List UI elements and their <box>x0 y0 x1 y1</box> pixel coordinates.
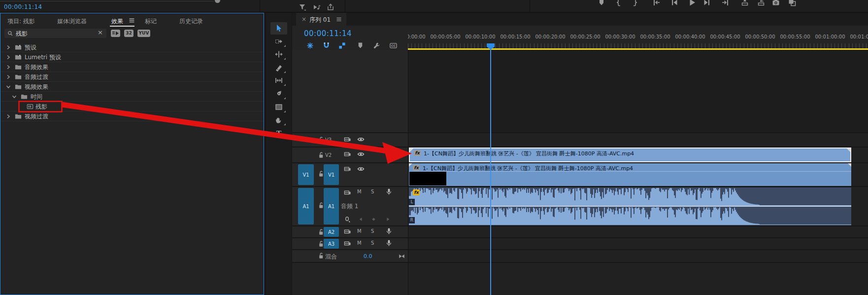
camera-icon[interactable] <box>772 0 780 6</box>
filter-icon[interactable] <box>299 3 306 11</box>
tool-track-select-forward[interactable] <box>270 36 287 48</box>
clip-v2[interactable]: fx1-【CN舞蹈】少儿街舞班翻跳 张艺兴 -《莲》 宜昌街舞 爵士舞-1080… <box>409 148 851 162</box>
track-target-v1[interactable]: V1 <box>324 164 339 185</box>
yuv-effects-badge[interactable]: YUV <box>137 30 150 37</box>
tool-ripple-edit[interactable] <box>270 48 287 61</box>
tab-project[interactable]: 项目: 残影 <box>7 17 35 26</box>
lock-master-icon[interactable] <box>317 252 325 259</box>
play-icon[interactable] <box>688 0 696 6</box>
fx-badge[interactable]: fx <box>414 150 421 156</box>
voiceover-a2-icon[interactable] <box>385 227 393 235</box>
bracket-out-icon[interactable] <box>631 0 638 6</box>
track-target-a1[interactable]: A1 <box>324 188 339 224</box>
lift-icon[interactable] <box>741 0 749 6</box>
track-lane-a2[interactable] <box>408 226 868 237</box>
tree-item-3[interactable]: 音频效果 <box>1 62 264 72</box>
master-fader-icon[interactable] <box>399 253 405 259</box>
tool-type[interactable]: T <box>270 127 287 140</box>
track-lane-a3[interactable] <box>408 238 868 249</box>
clip-a1[interactable]: fx L R <box>409 187 851 225</box>
mute-a2[interactable]: M <box>357 228 362 234</box>
accelerated-effects-badge[interactable] <box>111 30 120 37</box>
sync-lock-v2-icon[interactable] <box>344 150 351 158</box>
snap-icon[interactable] <box>323 42 330 49</box>
tree-item-1[interactable]: ★预设 <box>1 42 264 52</box>
track-label-v2[interactable]: V2 <box>325 152 332 158</box>
toggle-track-output-v1-icon[interactable] <box>357 165 365 173</box>
tool-razor[interactable] <box>270 62 287 74</box>
step-back-icon[interactable] <box>670 0 678 6</box>
bracket-in-icon[interactable] <box>615 0 623 6</box>
add-marker-icon[interactable] <box>357 42 364 49</box>
toggle-track-output-v2-icon[interactable] <box>357 150 365 158</box>
export-icon[interactable] <box>327 3 334 11</box>
tab-markers[interactable]: 标记 <box>145 17 157 26</box>
close-icon[interactable]: × <box>301 16 306 23</box>
track-label-v3[interactable]: V3 <box>325 137 332 143</box>
tool-rectangle[interactable] <box>270 101 287 113</box>
sync-lock-a2-icon[interactable] <box>344 228 351 235</box>
tree-item-2[interactable]: ★Lumetri 预设 <box>1 52 264 62</box>
source-patch-a1[interactable]: A1 <box>298 188 314 224</box>
source-patch-v1[interactable]: V1 <box>298 164 314 185</box>
monitor-zoom-knob[interactable] <box>215 0 220 3</box>
tool-slip[interactable] <box>270 74 287 87</box>
nest-icon[interactable] <box>306 42 314 49</box>
tool-pen[interactable] <box>270 88 287 100</box>
fx-badge[interactable]: fx <box>413 165 420 171</box>
goto-out-icon[interactable] <box>721 0 729 6</box>
chevron-right-icon[interactable] <box>6 65 11 70</box>
fx-badge-audio[interactable]: fx <box>413 189 420 195</box>
sync-lock-a3-icon[interactable] <box>344 240 351 247</box>
goto-in-icon[interactable] <box>653 0 661 6</box>
sync-lock-v3-icon[interactable] <box>344 136 351 143</box>
sync-lock-a1-icon[interactable] <box>344 189 351 196</box>
keyframe-a1-icon[interactable] <box>344 216 351 223</box>
time-ruler[interactable]: 00:00:00:0000:00:05:0000:00:10:0000:00:1… <box>408 26 868 50</box>
lock-a3-icon[interactable] <box>317 240 325 248</box>
chevron-right-icon[interactable] <box>6 114 11 119</box>
tree-item-5[interactable]: 视频效果 <box>1 82 264 92</box>
tool-hand[interactable] <box>270 114 287 126</box>
track-name-a1[interactable]: 音频 1 <box>341 202 358 211</box>
mute-a3[interactable]: M <box>357 240 362 246</box>
lock-v2-icon[interactable] <box>317 151 325 159</box>
panel-menu-icon[interactable] <box>129 17 135 23</box>
tab-history[interactable]: 历史记录 <box>179 17 203 26</box>
lock-v1-icon[interactable] <box>317 170 325 178</box>
sync-lock-v1-icon[interactable] <box>344 165 351 173</box>
lock-a2-icon[interactable] <box>317 228 325 236</box>
play-audio-icon[interactable] <box>313 3 321 11</box>
tab-media-browser[interactable]: 媒体浏览器 <box>57 17 87 26</box>
marker-icon[interactable] <box>598 0 605 6</box>
captions-icon[interactable]: CC <box>390 42 397 49</box>
export-frame-icon[interactable] <box>788 0 796 6</box>
tree-item-6[interactable]: 时间 <box>1 92 264 102</box>
chevron-down-icon[interactable] <box>12 94 17 99</box>
add-keyframe-a1-icon[interactable] <box>371 217 376 222</box>
step-forward-icon[interactable] <box>703 0 711 6</box>
voiceover-a3-icon[interactable] <box>385 239 393 247</box>
track-target-a3[interactable]: A3 <box>324 239 339 249</box>
search-clear-icon[interactable]: × <box>98 29 103 36</box>
track-target-a2[interactable]: A2 <box>324 227 339 237</box>
prev-keyframe-a1-icon[interactable] <box>358 217 364 222</box>
linked-selection-icon[interactable] <box>338 42 346 49</box>
next-keyframe-a1-icon[interactable] <box>385 217 391 222</box>
chevron-right-icon[interactable] <box>6 55 11 60</box>
32bit-color-badge[interactable]: 32 <box>124 30 134 37</box>
panel-menu-icon[interactable] <box>336 16 342 22</box>
tab-effects[interactable]: 效果 <box>111 17 123 26</box>
tree-item-7[interactable]: 残影 <box>1 102 264 111</box>
master-value[interactable]: 0.0 <box>364 253 372 259</box>
chevron-right-icon[interactable] <box>6 45 11 50</box>
tool-selection[interactable] <box>270 22 287 35</box>
chevron-right-icon[interactable] <box>6 74 11 79</box>
chevron-down-icon[interactable] <box>6 84 11 89</box>
solo-a1[interactable]: S <box>371 189 374 194</box>
track-lane-mx[interactable] <box>408 250 868 262</box>
track-lane-v3[interactable] <box>408 133 868 147</box>
tree-item-4[interactable]: 音频过渡 <box>1 72 264 82</box>
lock-a1-icon[interactable] <box>317 202 325 209</box>
clip-v1[interactable]: fx1-【CN舞蹈】少儿街舞班翻跳 张艺兴 -《莲》 宜昌街舞 爵士舞-1080… <box>409 163 851 186</box>
